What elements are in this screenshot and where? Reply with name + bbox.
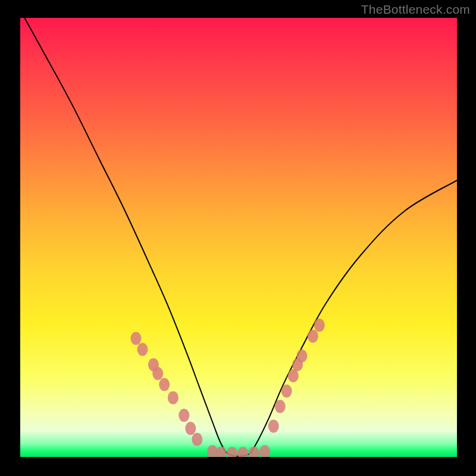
watermark-text: TheBottleneck.com [361,2,470,17]
data-dot [216,446,227,457]
data-dot [268,419,279,433]
data-dot [249,446,259,457]
data-dot [192,433,202,446]
data-dot [137,343,148,356]
data-dot [275,400,286,413]
chart-svg [20,18,457,457]
data-dot [227,447,237,457]
data-dot [152,367,163,380]
data-dot [259,445,270,457]
data-dot [178,409,189,422]
data-dot [308,330,318,343]
data-dot [314,319,325,332]
data-dot [237,447,248,457]
plot-area [20,18,457,457]
data-dot [131,332,142,345]
bottleneck-curve [24,18,457,456]
data-dot [281,384,292,397]
chart-frame: TheBottleneck.com [0,0,476,476]
data-dot [168,391,178,404]
data-dot [159,378,170,391]
data-dots-group [131,319,325,457]
data-dot [296,349,307,362]
data-dot [185,422,196,435]
